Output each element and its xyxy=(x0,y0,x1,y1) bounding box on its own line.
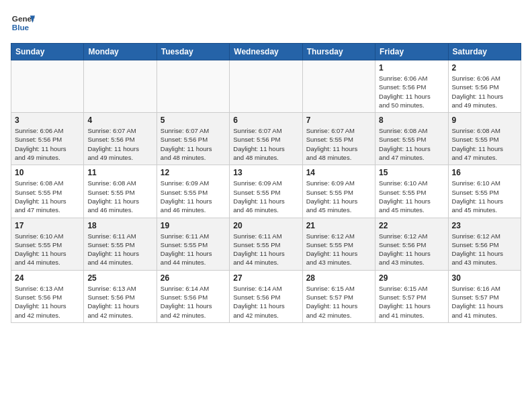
logo: General Blue xyxy=(11,11,35,35)
day-info: Sunrise: 6:12 AMSunset: 5:56 PMDaylight:… xyxy=(379,232,444,267)
day-number: 6 xyxy=(233,116,298,125)
calendar-cell: 23Sunrise: 6:12 AMSunset: 5:56 PMDayligh… xyxy=(448,218,521,270)
week-row-4: 17Sunrise: 6:10 AMSunset: 5:55 PMDayligh… xyxy=(11,218,521,270)
day-number: 25 xyxy=(87,273,152,283)
calendar-cell: 19Sunrise: 6:11 AMSunset: 5:55 PMDayligh… xyxy=(157,218,229,270)
day-info: Sunrise: 6:09 AMSunset: 5:55 PMDaylight:… xyxy=(233,179,298,214)
day-number: 8 xyxy=(379,116,444,125)
calendar-cell: 9Sunrise: 6:08 AMSunset: 5:55 PMDaylight… xyxy=(448,113,521,165)
day-info: Sunrise: 6:14 AMSunset: 5:56 PMDaylight:… xyxy=(161,284,226,320)
calendar-cell: 21Sunrise: 6:12 AMSunset: 5:55 PMDayligh… xyxy=(302,218,375,270)
calendar-cell: 12Sunrise: 6:09 AMSunset: 5:55 PMDayligh… xyxy=(157,165,229,218)
calendar-cell: 13Sunrise: 6:09 AMSunset: 5:55 PMDayligh… xyxy=(230,165,302,218)
day-info: Sunrise: 6:14 AMSunset: 5:56 PMDaylight:… xyxy=(233,284,298,320)
calendar-cell xyxy=(84,60,157,113)
week-row-5: 24Sunrise: 6:13 AMSunset: 5:56 PMDayligh… xyxy=(11,270,521,322)
day-number: 27 xyxy=(233,273,298,283)
week-row-1: 1Sunrise: 6:06 AMSunset: 5:56 PMDaylight… xyxy=(11,60,521,113)
day-info: Sunrise: 6:11 AMSunset: 5:55 PMDaylight:… xyxy=(233,232,298,267)
day-info: Sunrise: 6:13 AMSunset: 5:56 PMDaylight:… xyxy=(15,284,80,320)
day-info: Sunrise: 6:16 AMSunset: 5:57 PMDaylight:… xyxy=(452,284,517,320)
week-row-2: 3Sunrise: 6:06 AMSunset: 5:56 PMDaylight… xyxy=(11,113,521,165)
calendar-cell: 29Sunrise: 6:15 AMSunset: 5:57 PMDayligh… xyxy=(375,270,448,322)
day-info: Sunrise: 6:10 AMSunset: 5:55 PMDaylight:… xyxy=(15,232,80,267)
day-number: 11 xyxy=(87,168,152,177)
weekday-header-tuesday: Tuesday xyxy=(157,44,229,60)
day-number: 19 xyxy=(161,221,226,230)
page-header: General Blue xyxy=(11,11,521,35)
day-info: Sunrise: 6:08 AMSunset: 5:55 PMDaylight:… xyxy=(379,126,444,162)
weekday-header-row: SundayMondayTuesdayWednesdayThursdayFrid… xyxy=(11,44,521,60)
calendar-cell: 17Sunrise: 6:10 AMSunset: 5:55 PMDayligh… xyxy=(11,218,84,270)
day-number: 14 xyxy=(306,168,371,177)
day-info: Sunrise: 6:07 AMSunset: 5:55 PMDaylight:… xyxy=(306,126,371,162)
weekday-header-wednesday: Wednesday xyxy=(230,44,302,60)
calendar-cell: 8Sunrise: 6:08 AMSunset: 5:55 PMDaylight… xyxy=(375,113,448,165)
calendar-cell: 24Sunrise: 6:13 AMSunset: 5:56 PMDayligh… xyxy=(11,270,84,322)
day-info: Sunrise: 6:11 AMSunset: 5:55 PMDaylight:… xyxy=(87,232,152,267)
day-number: 3 xyxy=(15,116,80,125)
day-number: 23 xyxy=(452,221,517,230)
calendar-cell: 30Sunrise: 6:16 AMSunset: 5:57 PMDayligh… xyxy=(448,270,521,322)
day-number: 29 xyxy=(379,273,444,283)
weekday-header-thursday: Thursday xyxy=(302,44,375,60)
calendar-cell: 28Sunrise: 6:15 AMSunset: 5:57 PMDayligh… xyxy=(302,270,375,322)
calendar-cell: 22Sunrise: 6:12 AMSunset: 5:56 PMDayligh… xyxy=(375,218,448,270)
day-info: Sunrise: 6:06 AMSunset: 5:56 PMDaylight:… xyxy=(15,126,80,162)
calendar-cell: 26Sunrise: 6:14 AMSunset: 5:56 PMDayligh… xyxy=(157,270,229,322)
day-number: 18 xyxy=(87,221,152,230)
calendar-cell: 4Sunrise: 6:07 AMSunset: 5:56 PMDaylight… xyxy=(84,113,157,165)
calendar-cell: 2Sunrise: 6:06 AMSunset: 5:56 PMDaylight… xyxy=(448,60,521,113)
day-number: 4 xyxy=(87,116,152,125)
calendar-cell: 27Sunrise: 6:14 AMSunset: 5:56 PMDayligh… xyxy=(230,270,302,322)
day-info: Sunrise: 6:13 AMSunset: 5:56 PMDaylight:… xyxy=(87,284,152,320)
calendar-cell: 10Sunrise: 6:08 AMSunset: 5:55 PMDayligh… xyxy=(11,165,84,218)
day-info: Sunrise: 6:08 AMSunset: 5:55 PMDaylight:… xyxy=(452,126,517,162)
calendar-cell: 5Sunrise: 6:07 AMSunset: 5:56 PMDaylight… xyxy=(157,113,229,165)
day-number: 22 xyxy=(379,221,444,230)
day-info: Sunrise: 6:09 AMSunset: 5:55 PMDaylight:… xyxy=(306,179,371,214)
day-info: Sunrise: 6:10 AMSunset: 5:55 PMDaylight:… xyxy=(452,179,517,214)
weekday-header-sunday: Sunday xyxy=(11,44,84,60)
logo-icon: General Blue xyxy=(11,11,35,35)
weekday-header-friday: Friday xyxy=(375,44,448,60)
day-info: Sunrise: 6:15 AMSunset: 5:57 PMDaylight:… xyxy=(306,284,371,320)
day-info: Sunrise: 6:09 AMSunset: 5:55 PMDaylight:… xyxy=(161,179,226,214)
day-number: 20 xyxy=(233,221,298,230)
calendar-cell: 7Sunrise: 6:07 AMSunset: 5:55 PMDaylight… xyxy=(302,113,375,165)
calendar-cell: 6Sunrise: 6:07 AMSunset: 5:56 PMDaylight… xyxy=(230,113,302,165)
day-number: 9 xyxy=(452,116,517,125)
day-number: 1 xyxy=(379,63,444,73)
weekday-header-monday: Monday xyxy=(84,44,157,60)
day-number: 17 xyxy=(15,221,80,230)
calendar-cell: 15Sunrise: 6:10 AMSunset: 5:55 PMDayligh… xyxy=(375,165,448,218)
day-info: Sunrise: 6:12 AMSunset: 5:55 PMDaylight:… xyxy=(306,232,371,267)
day-number: 24 xyxy=(15,273,80,283)
day-number: 12 xyxy=(161,168,226,177)
calendar-cell: 20Sunrise: 6:11 AMSunset: 5:55 PMDayligh… xyxy=(230,218,302,270)
day-info: Sunrise: 6:15 AMSunset: 5:57 PMDaylight:… xyxy=(379,284,444,320)
day-info: Sunrise: 6:07 AMSunset: 5:56 PMDaylight:… xyxy=(233,126,298,162)
week-row-3: 10Sunrise: 6:08 AMSunset: 5:55 PMDayligh… xyxy=(11,165,521,218)
calendar-cell xyxy=(157,60,229,113)
calendar-cell: 1Sunrise: 6:06 AMSunset: 5:56 PMDaylight… xyxy=(375,60,448,113)
day-info: Sunrise: 6:11 AMSunset: 5:55 PMDaylight:… xyxy=(161,232,226,267)
calendar-cell: 16Sunrise: 6:10 AMSunset: 5:55 PMDayligh… xyxy=(448,165,521,218)
calendar-cell: 14Sunrise: 6:09 AMSunset: 5:55 PMDayligh… xyxy=(302,165,375,218)
day-number: 26 xyxy=(161,273,226,283)
svg-text:Blue: Blue xyxy=(12,23,30,32)
day-number: 21 xyxy=(306,221,371,230)
day-info: Sunrise: 6:07 AMSunset: 5:56 PMDaylight:… xyxy=(87,126,152,162)
weekday-header-saturday: Saturday xyxy=(448,44,521,60)
day-number: 5 xyxy=(161,116,226,125)
day-info: Sunrise: 6:12 AMSunset: 5:56 PMDaylight:… xyxy=(452,232,517,267)
calendar-cell xyxy=(230,60,302,113)
day-info: Sunrise: 6:08 AMSunset: 5:55 PMDaylight:… xyxy=(87,179,152,214)
calendar-cell: 25Sunrise: 6:13 AMSunset: 5:56 PMDayligh… xyxy=(84,270,157,322)
day-number: 15 xyxy=(379,168,444,177)
day-number: 28 xyxy=(306,273,371,283)
calendar-cell: 11Sunrise: 6:08 AMSunset: 5:55 PMDayligh… xyxy=(84,165,157,218)
day-number: 10 xyxy=(15,168,80,177)
calendar-cell: 3Sunrise: 6:06 AMSunset: 5:56 PMDaylight… xyxy=(11,113,84,165)
calendar-table: SundayMondayTuesdayWednesdayThursdayFrid… xyxy=(11,43,521,323)
